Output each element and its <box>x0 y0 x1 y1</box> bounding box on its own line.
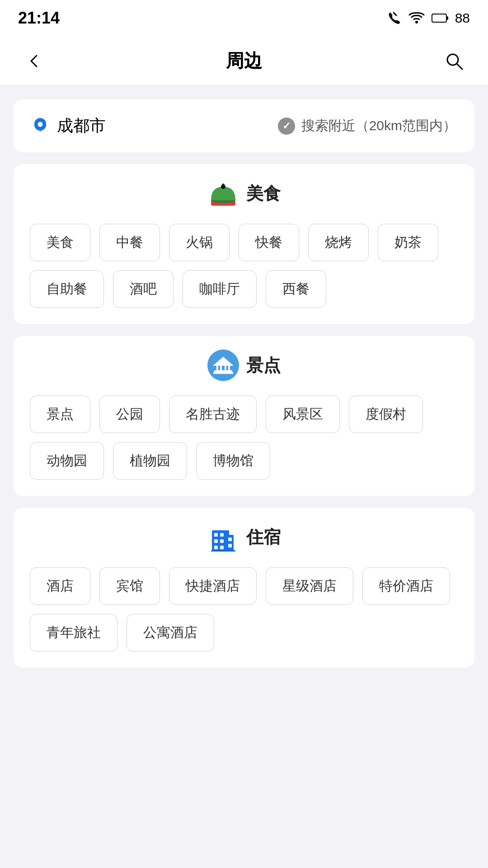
svg-rect-32 <box>220 539 224 543</box>
tag-zoo[interactable]: 动物园 <box>30 442 104 480</box>
svg-rect-36 <box>228 544 232 547</box>
svg-rect-23 <box>216 366 218 370</box>
scenic-category-icon <box>207 349 239 381</box>
tag-museum[interactable]: 博物馆 <box>196 442 270 480</box>
tag-cafe[interactable]: 咖啡厅 <box>183 270 257 308</box>
scenic-tags: 景点 公园 名胜古迹 风景区 度假村 动物园 植物园 博物馆 <box>30 396 458 480</box>
search-button[interactable] <box>438 45 470 77</box>
svg-rect-29 <box>214 533 218 537</box>
tag-fastfood[interactable]: 快餐 <box>239 224 299 261</box>
tag-scenic-spot[interactable]: 景点 <box>30 396 90 433</box>
location-right: 搜索附近（20km范围内） <box>278 117 456 135</box>
food-category-title: 美食 <box>246 182 281 205</box>
food-category-icon <box>207 178 239 209</box>
svg-line-0 <box>394 13 396 15</box>
tag-milk-tea[interactable]: 奶茶 <box>378 224 438 261</box>
tag-historic[interactable]: 名胜古迹 <box>169 396 257 433</box>
tag-chinese[interactable]: 中餐 <box>99 224 160 261</box>
tag-budget-hotel[interactable]: 快捷酒店 <box>169 567 257 605</box>
nav-bar: 周边 <box>0 36 488 86</box>
tag-inn[interactable]: 宾馆 <box>99 567 160 605</box>
tag-resort[interactable]: 度假村 <box>349 396 423 433</box>
check-icon <box>278 118 295 135</box>
scenic-building-icon <box>207 349 239 381</box>
tag-hotel[interactable]: 酒店 <box>30 567 90 605</box>
svg-rect-24 <box>220 366 222 370</box>
food-tags: 美食 中餐 火锅 快餐 烧烤 奶茶 自助餐 酒吧 咖啡厅 西餐 <box>30 224 458 308</box>
hotel-category-title: 住宿 <box>246 526 281 549</box>
tag-buffet[interactable]: 自助餐 <box>30 270 104 308</box>
svg-rect-34 <box>220 546 224 549</box>
svg-rect-25 <box>225 366 226 370</box>
back-button[interactable] <box>18 45 50 77</box>
battery-outline-icon <box>432 13 449 24</box>
back-icon <box>25 52 43 70</box>
svg-rect-16 <box>213 372 233 374</box>
tag-hotpot[interactable]: 火锅 <box>169 224 230 261</box>
status-icons: 88 <box>387 10 470 26</box>
svg-point-9 <box>38 122 43 127</box>
scenic-category-title: 景点 <box>246 354 281 377</box>
scenic-category-card: 景点 景点 公园 名胜古迹 风景区 度假村 动物园 植物园 博物馆 <box>14 336 474 496</box>
location-range: 搜索附近（20km范围内） <box>301 117 456 135</box>
location-card: 成都市 搜索附近（20km范围内） <box>14 99 474 152</box>
food-category-header: 美食 <box>30 178 458 209</box>
location-pin-icon <box>32 118 49 135</box>
tag-food[interactable]: 美食 <box>30 224 90 261</box>
tag-cheap-hotel[interactable]: 特价酒店 <box>362 567 450 605</box>
food-category-card: 美食 美食 中餐 火锅 快餐 烧烤 奶茶 自助餐 酒吧 咖啡厅 西餐 <box>14 164 474 324</box>
hotel-tags: 酒店 宾馆 快捷酒店 星级酒店 特价酒店 青年旅社 公寓酒店 <box>30 567 458 651</box>
status-bar: 21:14 88 <box>0 0 488 36</box>
svg-rect-26 <box>228 366 230 370</box>
location-left: 成都市 <box>32 115 106 137</box>
tag-western[interactable]: 西餐 <box>266 270 326 308</box>
main-content: 成都市 搜索附近（20km范围内） 美食 <box>0 86 488 681</box>
svg-rect-35 <box>228 538 232 541</box>
battery-level: 88 <box>455 10 470 26</box>
svg-line-5 <box>457 64 462 69</box>
tag-scenic-area[interactable]: 风景区 <box>266 396 340 433</box>
tag-bar[interactable]: 酒吧 <box>113 270 174 308</box>
tag-botanical[interactable]: 植物园 <box>113 442 187 480</box>
page-title: 周边 <box>226 48 262 73</box>
tag-park[interactable]: 公园 <box>99 396 160 433</box>
svg-rect-31 <box>214 539 218 543</box>
status-time: 21:14 <box>18 9 60 28</box>
hotel-category-icon <box>207 521 239 553</box>
location-city: 成都市 <box>57 115 106 137</box>
svg-rect-30 <box>220 533 224 537</box>
svg-rect-28 <box>226 535 234 551</box>
hotel-building-icon <box>207 521 239 553</box>
wifi-icon <box>408 12 425 24</box>
svg-rect-2 <box>432 14 446 22</box>
tag-apartment-hotel[interactable]: 公寓酒店 <box>127 614 214 651</box>
hotel-category-header: 住宿 <box>30 521 458 553</box>
svg-point-13 <box>222 184 225 186</box>
svg-rect-37 <box>211 550 235 552</box>
food-bell-icon <box>207 178 239 209</box>
scenic-category-header: 景点 <box>30 349 458 381</box>
tag-bbq[interactable]: 烧烤 <box>308 224 369 261</box>
svg-point-1 <box>415 21 418 24</box>
hotel-category-card: 住宿 酒店 宾馆 快捷酒店 星级酒店 特价酒店 青年旅社 公寓酒店 <box>14 508 474 668</box>
phone-icon <box>387 11 402 25</box>
tag-star-hotel[interactable]: 星级酒店 <box>266 567 353 605</box>
tag-hostel[interactable]: 青年旅社 <box>30 614 117 651</box>
search-icon <box>444 51 464 71</box>
svg-rect-3 <box>447 16 448 20</box>
svg-rect-33 <box>214 546 218 549</box>
